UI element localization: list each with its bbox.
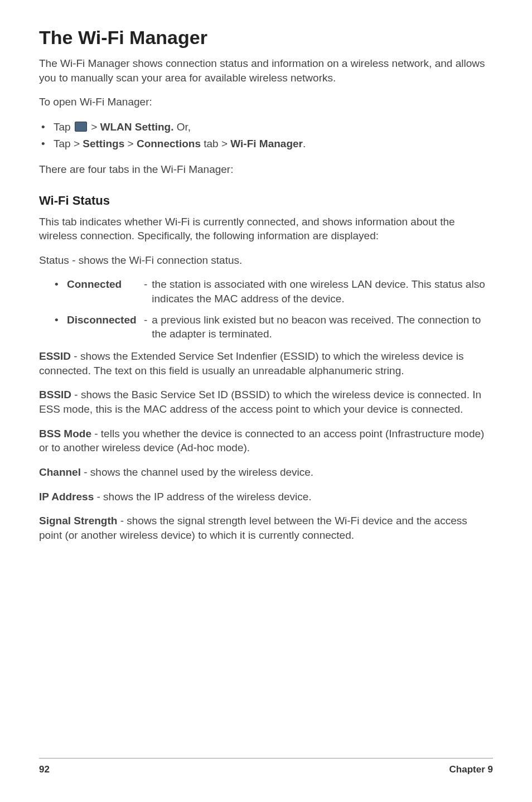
step2-connections: Connections — [137, 138, 201, 149]
connected-desc: the station is associated with one wirel… — [152, 277, 493, 306]
ip-bold: IP Address — [39, 491, 94, 503]
step2-tap: Tap > — [54, 138, 83, 149]
wifi-status-heading: Wi-Fi Status — [39, 194, 493, 208]
wifi-status-intro: This tab indicates whether Wi-Fi is curr… — [39, 215, 493, 243]
wlan-icon — [75, 122, 87, 132]
bssid-bold: BSSID — [39, 389, 71, 400]
step2-tab: tab > — [201, 138, 230, 149]
page-number: 92 — [39, 764, 50, 775]
bssmode-paragraph: BSS Mode - tells you whether the device … — [39, 427, 493, 455]
intro-paragraph: The Wi-Fi Manager shows connection statu… — [39, 56, 493, 85]
connected-sep: - — [144, 277, 152, 306]
essid-text: - shows the Extended Service Set Indenfi… — [39, 350, 463, 376]
disconnected-sep: - — [144, 313, 152, 341]
step-1: Tap > WLAN Setting. Or, — [54, 119, 493, 136]
essid-bold: ESSID — [39, 350, 71, 362]
disconnected-desc: a previous link existed but no beacon wa… — [152, 313, 493, 341]
step2-period: . — [303, 138, 306, 149]
connected-term: Connected — [67, 277, 144, 306]
four-tabs-text: There are four tabs in the Wi-Fi Manager… — [39, 162, 493, 177]
connected-item: Connected - the station is associated wi… — [67, 277, 493, 306]
channel-text: - shows the channel used by the wireless… — [81, 466, 313, 478]
step1-or: Or, — [174, 121, 191, 133]
ip-text: - shows the IP address of the wireless d… — [94, 491, 311, 503]
channel-paragraph: Channel - shows the channel used by the … — [39, 465, 493, 480]
step2-wifi: Wi-Fi Manager — [230, 138, 303, 149]
essid-paragraph: ESSID - shows the Extended Service Set I… — [39, 349, 493, 378]
step2-settings: Settings — [83, 138, 124, 149]
channel-bold: Channel — [39, 466, 81, 478]
ip-paragraph: IP Address - shows the IP address of the… — [39, 490, 493, 504]
page-title: The Wi-Fi Manager — [39, 27, 493, 49]
chapter-label: Chapter 9 — [449, 764, 493, 775]
step1-tap: Tap — [54, 121, 74, 133]
open-steps-list: Tap > WLAN Setting. Or, Tap > Settings >… — [39, 119, 493, 152]
open-lead: To open Wi-Fi Manager: — [39, 95, 493, 109]
page-footer: 92 Chapter 9 — [39, 758, 493, 775]
disconnected-item: Disconnected - a previous link existed b… — [67, 313, 493, 341]
bssmode-bold: BSS Mode — [39, 428, 91, 439]
bssid-text: - shows the Basic Service Set ID (BSSID)… — [39, 389, 481, 415]
step1-gt: > — [88, 121, 100, 133]
bssmode-text: - tells you whether the device is connec… — [39, 428, 484, 454]
step-2: Tap > Settings > Connections tab > Wi-Fi… — [54, 136, 493, 152]
signal-paragraph: Signal Strength - shows the signal stren… — [39, 514, 493, 542]
step1-bold: WLAN Setting. — [100, 121, 174, 133]
disconnected-term: Disconnected — [67, 313, 144, 341]
step2-gt1: > — [124, 138, 137, 149]
bssid-paragraph: BSSID - shows the Basic Service Set ID (… — [39, 388, 493, 416]
signal-bold: Signal Strength — [39, 515, 117, 526]
status-def-list: Connected - the station is associated wi… — [39, 277, 493, 341]
status-line: Status - shows the Wi-Fi connection stat… — [39, 253, 493, 268]
